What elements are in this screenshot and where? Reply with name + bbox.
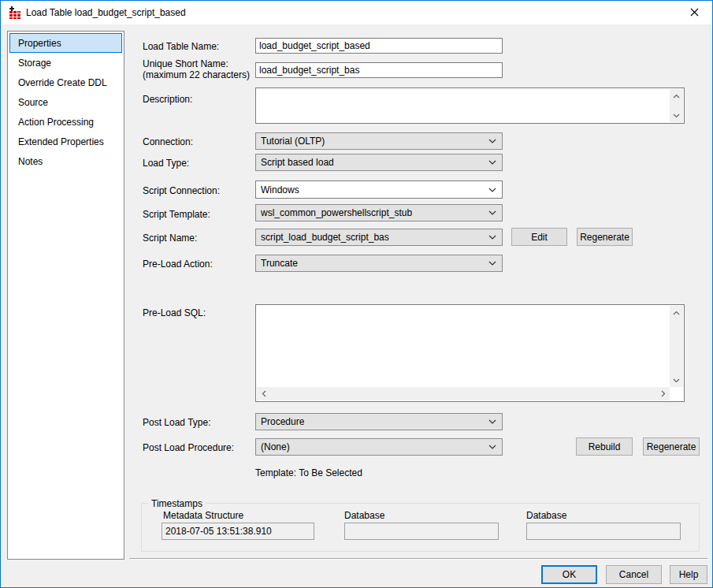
post-load-type-label: Post Load Type: [143, 417, 211, 428]
unique-short-name-input[interactable] [255, 62, 503, 78]
timestamps-group-label: Timestamps [148, 498, 206, 509]
load-table-name-label: Load Table Name: [143, 41, 219, 52]
database-field [526, 523, 681, 540]
pre-load-action-label: Pre-Load Action: [143, 259, 213, 270]
metadata-structure-field: 2018-07-05 13:51:38.910 [162, 523, 314, 540]
script-name-value: script_load_budget_script_bas [261, 232, 389, 243]
description-vscrollbar[interactable] [670, 89, 683, 122]
pre-load-sql-vscrollbar[interactable] [670, 306, 683, 387]
unique-short-name-label: Unique Short Name: [143, 58, 228, 69]
sidebar-item-override-create-ddl[interactable]: Override Create DDL [9, 73, 122, 92]
post-load-type-dropdown[interactable]: Procedure [255, 413, 503, 430]
chevron-down-icon [488, 210, 496, 215]
close-button[interactable] [677, 1, 712, 24]
script-template-label: Script Template: [143, 209, 210, 220]
script-connection-value: Windows [261, 184, 299, 195]
sidebar-item-source[interactable]: Source [9, 92, 122, 112]
chevron-down-icon [488, 261, 496, 266]
footer-separator [129, 558, 707, 560]
sidebar-item-extended-properties[interactable]: Extended Properties [9, 132, 122, 151]
rebuild-procedure-button[interactable]: Rebuild [576, 437, 633, 456]
regenerate-script-button[interactable]: Regenerate [577, 228, 633, 246]
close-icon [690, 8, 699, 17]
post-load-procedure-label: Post Load Procedure: [143, 442, 234, 453]
load-table-dialog: Load Table load_budget_script_based Prop… [0, 0, 713, 588]
timestamps-groupbox: Timestamps Metadata Structure 2018-07-05… [141, 503, 700, 552]
script-connection-dropdown[interactable]: Windows [255, 180, 503, 199]
help-button[interactable]: Help [670, 565, 707, 584]
scroll-right-icon[interactable] [656, 387, 670, 400]
database-field [344, 523, 499, 540]
description-textarea[interactable] [255, 87, 685, 124]
regenerate-procedure-button[interactable]: Regenerate [643, 437, 700, 456]
chevron-down-icon [488, 188, 496, 192]
connection-label: Connection: [143, 136, 193, 147]
scroll-up-icon[interactable] [670, 89, 683, 102]
template-status-text: Template: To Be Selected [255, 467, 362, 478]
window-title: Load Table load_budget_script_based [26, 7, 186, 18]
chevron-down-icon [488, 139, 496, 143]
script-connection-label: Script Connection: [143, 185, 220, 196]
scroll-down-icon[interactable] [670, 109, 683, 122]
sidebar-list: Properties Storage Override Create DDL S… [7, 31, 124, 560]
unique-short-name-sublabel: (maximum 22 characters) [143, 69, 250, 80]
script-name-label: Script Name: [143, 233, 197, 244]
sidebar-item-label: Source [18, 97, 48, 108]
sidebar-item-properties[interactable]: Properties [9, 33, 122, 53]
pre-load-sql-label: Pre-Load SQL: [143, 307, 206, 318]
pre-load-sql-text [258, 307, 668, 385]
script-template-dropdown[interactable]: wsl_common_powershellscript_stub [255, 204, 503, 221]
script-template-value: wsl_common_powershellscript_stub [261, 207, 412, 218]
scroll-left-icon[interactable] [257, 387, 270, 400]
pre-load-sql-textarea[interactable] [255, 304, 685, 402]
sidebar-item-label: Action Processing [18, 117, 94, 128]
load-table-icon [9, 6, 21, 19]
load-type-label: Load Type: [143, 158, 189, 169]
edit-script-button[interactable]: Edit [511, 228, 567, 246]
description-text [258, 90, 668, 121]
script-name-dropdown[interactable]: script_load_budget_script_bas [255, 229, 503, 246]
scroll-up-icon[interactable] [670, 306, 683, 319]
load-type-value: Script based load [261, 157, 334, 168]
connection-value: Tutorial (OLTP) [261, 136, 325, 147]
pre-load-sql-hscrollbar[interactable] [257, 387, 670, 400]
sidebar-item-storage[interactable]: Storage [9, 53, 122, 73]
ok-button[interactable]: OK [541, 565, 597, 584]
cancel-button[interactable]: Cancel [606, 565, 662, 584]
chevron-down-icon [488, 419, 496, 424]
description-label: Description: [143, 94, 192, 105]
sidebar-item-label: Extended Properties [18, 136, 104, 147]
post-load-procedure-dropdown[interactable]: (None) [255, 438, 503, 456]
pre-load-action-value: Truncate [261, 258, 298, 269]
metadata-structure-label: Metadata Structure [163, 510, 243, 521]
post-load-type-value: Procedure [261, 416, 304, 427]
load-table-name-input[interactable] [255, 38, 503, 54]
scroll-down-icon[interactable] [670, 374, 683, 387]
connection-dropdown[interactable]: Tutorial (OLTP) [255, 132, 503, 150]
sidebar-item-notes[interactable]: Notes [9, 151, 122, 171]
sidebar-item-label: Storage [18, 58, 51, 69]
database-label: Database [526, 510, 566, 521]
sidebar-item-label: Properties [18, 38, 61, 49]
sidebar-item-label: Override Create DDL [18, 77, 107, 88]
sidebar-item-action-processing[interactable]: Action Processing [9, 112, 122, 132]
chevron-down-icon [488, 160, 496, 165]
database-label: Database [344, 510, 384, 521]
post-load-procedure-value: (None) [261, 441, 290, 452]
load-type-dropdown[interactable]: Script based load [255, 154, 503, 171]
chevron-down-icon [488, 235, 496, 240]
sidebar-item-label: Notes [18, 156, 43, 167]
chevron-down-icon [488, 445, 496, 449]
pre-load-action-dropdown[interactable]: Truncate [255, 255, 503, 272]
titlebar: Load Table load_budget_script_based [1, 1, 712, 24]
